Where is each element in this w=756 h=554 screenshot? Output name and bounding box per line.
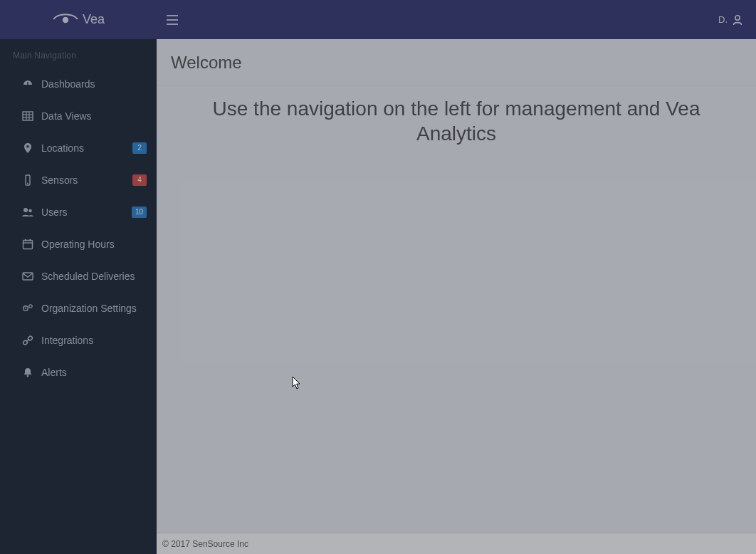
svg-rect-16 (23, 240, 33, 249)
sidebar-item-data-views[interactable]: Data Views (0, 100, 157, 132)
menu-toggle-button[interactable] (157, 0, 188, 39)
badge: 10 (132, 207, 147, 218)
sidebar-item-alerts[interactable]: Alerts (0, 356, 157, 388)
marker-icon (20, 142, 36, 154)
svg-rect-6 (23, 112, 33, 120)
svg-point-15 (28, 209, 32, 212)
svg-rect-1 (167, 15, 178, 16)
welcome-instruction: Use the navigation on the left for manag… (200, 96, 713, 146)
copyright-text: © 2017 SenSource Inc (162, 539, 248, 549)
brand[interactable]: Vea (0, 0, 157, 39)
device-icon (20, 174, 36, 186)
svg-point-4 (735, 15, 740, 19)
sidebar-item-label: Integrations (41, 335, 147, 346)
sidebar: Main Navigation Dashboards Data Views Lo… (0, 39, 157, 554)
sidebar-item-label: Scheduled Deliveries (41, 271, 147, 282)
sidebar-item-integrations[interactable]: Integrations (0, 324, 157, 356)
user-initial: D. (718, 14, 728, 25)
sidebar-item-label: Locations (41, 142, 132, 154)
dashboard-icon (20, 78, 36, 90)
sidebar-item-users[interactable]: Users 10 (0, 196, 157, 228)
svg-rect-2 (167, 19, 178, 21)
footer: © 2017 SenSource Inc (157, 533, 756, 554)
hamburger-icon (167, 15, 178, 25)
main: Welcome Use the navigation on the left f… (157, 39, 756, 554)
sidebar-item-label: Sensors (41, 174, 132, 186)
svg-rect-19 (29, 239, 31, 241)
page-body: Use the navigation on the left for manag… (157, 86, 756, 533)
page-title: Welcome (157, 39, 756, 86)
badge: 4 (132, 174, 147, 186)
svg-point-22 (25, 307, 26, 308)
svg-rect-3 (167, 23, 178, 25)
svg-point-13 (27, 182, 28, 184)
envelope-icon (20, 271, 36, 282)
user-icon (732, 14, 743, 26)
svg-point-0 (63, 17, 68, 23)
sidebar-item-scheduled-deliveries[interactable]: Scheduled Deliveries (0, 260, 157, 292)
table-icon (20, 110, 36, 122)
svg-point-14 (23, 208, 28, 212)
chain-icon (20, 335, 36, 346)
calendar-icon (20, 239, 36, 250)
sidebar-item-label: Users (41, 207, 132, 218)
bell-icon (20, 367, 36, 378)
sidebar-item-locations[interactable]: Locations 2 (0, 132, 157, 164)
sidebar-item-label: Operating Hours (41, 239, 147, 250)
svg-point-26 (27, 375, 29, 377)
brand-name: Vea (83, 12, 105, 27)
svg-rect-5 (27, 82, 28, 85)
sidebar-item-dashboards[interactable]: Dashboards (0, 68, 157, 100)
svg-point-11 (26, 145, 29, 148)
sidebar-item-operating-hours[interactable]: Operating Hours (0, 228, 157, 260)
sidebar-item-organization-settings[interactable]: Organization Settings (0, 292, 157, 324)
sidebar-item-sensors[interactable]: Sensors 4 (0, 164, 157, 196)
sidebar-section-title: Main Navigation (0, 39, 157, 68)
sidebar-nav: Dashboards Data Views Locations 2 Sensor… (0, 68, 157, 388)
badge: 2 (132, 142, 147, 154)
svg-rect-18 (25, 239, 26, 241)
sidebar-item-label: Dashboards (41, 78, 147, 90)
sidebar-item-label: Organization Settings (41, 303, 147, 314)
sidebar-item-label: Data Views (41, 110, 147, 122)
cogs-icon (20, 303, 36, 314)
brand-eye-icon (53, 13, 78, 26)
user-menu[interactable]: D. (718, 14, 756, 26)
users-icon (20, 207, 36, 218)
sidebar-item-label: Alerts (41, 367, 147, 378)
svg-point-23 (29, 304, 32, 307)
topbar: Vea D. (0, 0, 756, 39)
